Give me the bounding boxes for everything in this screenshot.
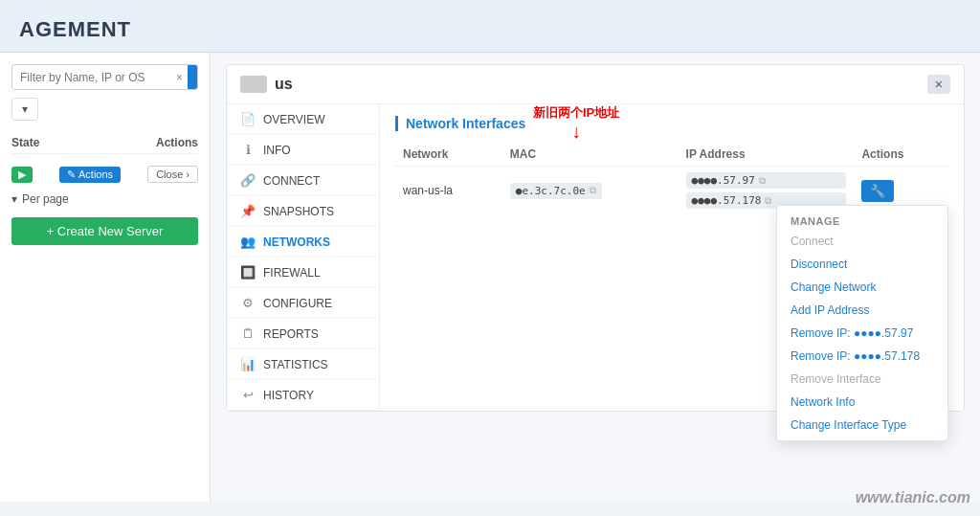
- per-page-row: ▾ Per page: [11, 187, 198, 212]
- nav-configure-label: CONFIGURE: [263, 297, 332, 310]
- remove-ip1-label: Remove IP: ●●●●.57.97: [791, 326, 913, 340]
- actions-label: Actions: [78, 168, 113, 180]
- server-panel-header: us ×: [227, 65, 964, 104]
- server-status-dot: [240, 76, 267, 93]
- per-page-label: Per page: [22, 192, 69, 206]
- nav-info-label: INFO: [263, 144, 291, 157]
- overview-icon: 📄: [240, 112, 256, 126]
- snapshots-icon: 📌: [240, 204, 256, 218]
- nav-networks-label: NETWORKS: [263, 236, 330, 249]
- state-column-label: State: [11, 136, 39, 149]
- main-layout: × 🔍 ▾ State Actions ▶ ✎ Actions Close › …: [0, 53, 980, 502]
- menu-item-disconnect[interactable]: Disconnect: [777, 253, 947, 276]
- actions-button[interactable]: ✎ Actions: [59, 167, 121, 183]
- server-row: ▶ ✎ Actions Close ›: [11, 162, 198, 187]
- copy-ip2-icon[interactable]: ⧉: [765, 195, 771, 207]
- actions-column-label: Actions: [156, 136, 198, 149]
- menu-item-network-info[interactable]: Network Info: [777, 391, 947, 414]
- nav-snapshots-label: SNAPSHOTS: [263, 205, 334, 218]
- table-body: wan-us-la ●e.3c.7c.0e ⧉: [395, 167, 948, 215]
- play-button[interactable]: ▶: [11, 167, 33, 183]
- table-header: Network MAC IP Address Actions: [395, 143, 948, 167]
- menu-item-connect: Connect: [777, 230, 947, 253]
- connect-icon: 🔗: [240, 173, 256, 188]
- actions-cell: 🔧 MANAGE Connect Disconnect Change Netwo…: [854, 167, 948, 215]
- firewall-icon: 🔲: [240, 265, 256, 280]
- table-header-row: State Actions: [11, 132, 198, 154]
- menu-item-change-network[interactable]: Change Network: [777, 276, 947, 299]
- menu-item-remove-ip1[interactable]: Remove IP: ●●●●.57.97: [777, 322, 947, 345]
- panel-body: 📄 OVERVIEW ℹ INFO 🔗 CONNECT 📌 SNAPSHOTS: [227, 104, 964, 411]
- history-icon: ↩: [240, 388, 256, 402]
- nav-firewall-label: FIREWALL: [263, 266, 321, 280]
- nav-item-overview[interactable]: 📄 OVERVIEW: [227, 104, 379, 135]
- menu-item-add-ip[interactable]: Add IP Address: [777, 299, 947, 322]
- nav-item-configure[interactable]: ⚙ CONFIGURE: [227, 288, 379, 319]
- ip1-value: ●●●●.57.97: [692, 174, 755, 187]
- col-ip: IP Address: [679, 143, 855, 167]
- nav-item-history[interactable]: ↩ HISTORY: [227, 380, 379, 411]
- server-panel: us × 📄 OVERVIEW ℹ INFO 🔗: [226, 64, 965, 412]
- manage-section-title: MANAGE: [777, 210, 947, 230]
- nav-item-firewall[interactable]: 🔲 FIREWALL: [227, 258, 379, 288]
- nav-item-connect[interactable]: 🔗 CONNECT: [227, 166, 379, 196]
- close-panel-button[interactable]: ×: [927, 75, 950, 94]
- nav-reports-label: REPORTS: [263, 327, 319, 341]
- mac-badge: ●e.3c.7c.0e ⧉: [510, 183, 602, 199]
- networks-icon: 👥: [240, 235, 256, 249]
- info-icon: ℹ: [240, 143, 256, 157]
- search-bar: × 🔍: [11, 64, 198, 90]
- ip-badge-1: ●●●●.57.97 ⧉: [686, 172, 847, 189]
- mac-address: ●e.3c.7c.0e ⧉: [502, 167, 679, 215]
- left-panel: × 🔍 ▾ State Actions ▶ ✎ Actions Close › …: [0, 53, 211, 502]
- nav-item-info[interactable]: ℹ INFO: [227, 135, 379, 166]
- clear-search-button[interactable]: ×: [171, 67, 188, 88]
- col-actions: Actions: [854, 143, 948, 167]
- create-new-server-button[interactable]: + Create New Server: [11, 217, 198, 245]
- section-title: Network Interfaces: [395, 116, 948, 131]
- nav-item-statistics[interactable]: 📊 STATISTICS: [227, 349, 379, 380]
- nav-item-networks[interactable]: 👥 NETWORKS: [227, 227, 379, 258]
- menu-item-change-interface-type[interactable]: Change Interface Type: [777, 414, 947, 437]
- page-header: AGEMENT: [0, 0, 980, 53]
- col-network: Network: [395, 143, 502, 167]
- menu-item-remove-interface: Remove Interface: [777, 368, 947, 391]
- col-mac: MAC: [502, 143, 679, 167]
- main-content: us × 📄 OVERVIEW ℹ INFO 🔗: [211, 53, 980, 502]
- nav-item-reports[interactable]: 🗒 REPORTS: [227, 319, 379, 349]
- nav-connect-label: CONNECT: [263, 174, 320, 188]
- copy-ip1-icon[interactable]: ⧉: [759, 175, 766, 187]
- filter-dropdown-button[interactable]: ▾: [11, 98, 38, 121]
- ip2-value: ●●●●.57.178: [692, 194, 762, 207]
- search-button[interactable]: 🔍: [188, 65, 198, 89]
- nav-history-label: HISTORY: [263, 389, 314, 402]
- nav-item-snapshots[interactable]: 📌 SNAPSHOTS: [227, 196, 379, 227]
- reports-icon: 🗒: [240, 326, 256, 341]
- search-icon: 🔍: [196, 70, 198, 84]
- configure-icon: ⚙: [240, 296, 256, 310]
- nav-overview-label: OVERVIEW: [263, 113, 324, 126]
- statistics-icon: 📊: [240, 357, 256, 371]
- server-panel-title: us: [240, 76, 293, 93]
- dropdown-row: ▾: [11, 98, 198, 121]
- copy-mac-icon[interactable]: ⧉: [590, 185, 596, 196]
- nav-statistics-label: STATISTICS: [263, 358, 328, 371]
- menu-item-remove-ip2[interactable]: Remove IP: ●●●●.57.178: [777, 345, 947, 368]
- panel-nav: 📄 OVERVIEW ℹ INFO 🔗 CONNECT 📌 SNAPSHOTS: [227, 104, 380, 411]
- close-server-button[interactable]: Close ›: [147, 166, 198, 183]
- page-title: AGEMENT: [19, 17, 961, 42]
- actions-dropdown-menu: MANAGE Connect Disconnect Change Network…: [776, 205, 948, 441]
- close-label: Close ›: [156, 168, 189, 180]
- per-page-chevron[interactable]: ▾: [11, 192, 17, 206]
- mac-value: ●e.3c.7c.0e: [516, 185, 586, 197]
- server-name: us: [275, 76, 293, 93]
- network-table: Network MAC IP Address Actions wan-us-la: [395, 143, 948, 214]
- action-wrench-button[interactable]: 🔧: [861, 180, 894, 202]
- wrench-icon: ✎: [67, 168, 76, 181]
- search-input[interactable]: [12, 66, 171, 89]
- panel-main: Network Interfaces 新旧两个IP地址 ↓ Network MA…: [380, 104, 964, 411]
- table-row: wan-us-la ●e.3c.7c.0e ⧉: [395, 167, 948, 215]
- network-name: wan-us-la: [395, 167, 502, 215]
